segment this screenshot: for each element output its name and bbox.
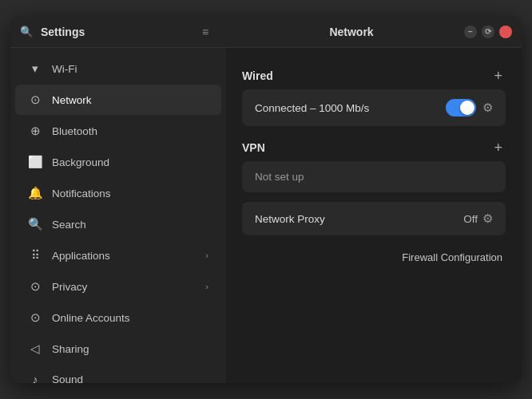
vpn-section-title: VPN: [242, 141, 265, 154]
applications-arrow-icon: ›: [205, 251, 208, 260]
menu-icon[interactable]: ≡: [202, 26, 208, 38]
network-icon: ⊙: [28, 93, 42, 107]
window-controls: − ⟳ ✕: [464, 26, 512, 38]
firewall-configuration-link[interactable]: Firewall Configuration: [402, 251, 502, 263]
firewall-row: Firewall Configuration: [242, 245, 506, 267]
vpn-status-label: Not set up: [255, 171, 304, 183]
sidebar: ▾ Wi-Fi ⊙ Network ⊕ Bluetooth ⬜ Backgrou…: [10, 48, 226, 383]
sidebar-item-notifications-label: Notifications: [52, 188, 208, 200]
sidebar-item-sound[interactable]: ♪ Sound: [15, 365, 221, 383]
sidebar-item-network[interactable]: ⊙ Network: [15, 85, 221, 115]
sidebar-item-privacy[interactable]: ⊙ Privacy ›: [15, 271, 221, 302]
sidebar-title: Settings: [41, 26, 85, 38]
sidebar-item-wifi-label: Wi-Fi: [52, 63, 208, 75]
search-sidebar-icon: 🔍: [28, 217, 42, 231]
privacy-arrow-icon: ›: [205, 282, 208, 291]
sidebar-item-applications[interactable]: ⠿ Applications ›: [15, 240, 221, 271]
applications-icon: ⠿: [28, 248, 42, 263]
sidebar-item-online-accounts[interactable]: ⊙ Online Accounts: [15, 302, 221, 333]
titlebar-sidebar-area: 🔍 Settings ≡: [10, 26, 226, 38]
vpn-add-button[interactable]: +: [490, 140, 506, 155]
network-proxy-gear-icon[interactable]: ⚙: [482, 211, 493, 226]
vpn-card: Not set up: [242, 161, 506, 192]
sidebar-item-background[interactable]: ⬜ Background: [15, 147, 221, 177]
network-proxy-card: Network Proxy Off ⚙: [242, 202, 506, 235]
sound-icon: ♪: [28, 373, 42, 383]
sidebar-item-sharing-label: Sharing: [52, 343, 208, 355]
bluetooth-icon: ⊕: [28, 124, 42, 138]
main-title: Network: [239, 26, 464, 38]
background-icon: ⬜: [28, 155, 42, 169]
sidebar-item-wifi[interactable]: ▾ Wi-Fi: [15, 53, 221, 84]
network-content: Wired + Connected – 1000 Mb/s ⚙ VPN: [226, 48, 522, 383]
vpn-status-row: Not set up: [242, 161, 506, 192]
close-button[interactable]: ✕: [499, 26, 512, 38]
privacy-icon: ⊙: [28, 279, 42, 294]
settings-window: 🔍 Settings ≡ Network − ⟳ ✕ ▾ Wi-Fi ⊙: [10, 16, 522, 383]
sidebar-item-sound-label: Sound: [52, 373, 208, 383]
wired-connection-row: Connected – 1000 Mb/s ⚙: [242, 89, 506, 126]
sidebar-item-bluetooth[interactable]: ⊕ Bluetooth: [15, 116, 221, 146]
sidebar-item-background-label: Background: [52, 156, 208, 168]
sidebar-item-sharing[interactable]: ◁ Sharing: [15, 334, 221, 364]
sidebar-item-applications-label: Applications: [52, 250, 196, 262]
search-icon: 🔍: [20, 26, 33, 38]
sidebar-item-search-label: Search: [52, 219, 208, 231]
sidebar-item-notifications[interactable]: 🔔 Notifications: [15, 178, 221, 208]
sidebar-item-bluetooth-label: Bluetooth: [52, 125, 208, 137]
sidebar-item-network-label: Network: [52, 94, 208, 106]
wired-card: Connected – 1000 Mb/s ⚙: [242, 89, 506, 126]
wifi-icon: ▾: [28, 61, 42, 76]
notifications-icon: 🔔: [28, 186, 42, 200]
network-proxy-label: Network Proxy: [255, 213, 463, 225]
vpn-section: VPN + Not set up: [242, 136, 506, 192]
wired-section: Wired + Connected – 1000 Mb/s ⚙: [242, 64, 506, 126]
wired-section-header: Wired +: [242, 64, 506, 89]
main-content: ▾ Wi-Fi ⊙ Network ⊕ Bluetooth ⬜ Backgrou…: [10, 48, 522, 383]
online-accounts-icon: ⊙: [28, 310, 42, 325]
sidebar-item-online-accounts-label: Online Accounts: [52, 312, 208, 324]
sidebar-item-privacy-label: Privacy: [52, 281, 196, 293]
titlebar-main-area: Network − ⟳ ✕: [226, 26, 522, 38]
network-proxy-row: Network Proxy Off ⚙: [242, 202, 506, 235]
wired-add-button[interactable]: +: [490, 69, 506, 83]
wired-connection-label: Connected – 1000 Mb/s: [255, 102, 446, 114]
wired-toggle[interactable]: [446, 99, 476, 117]
vpn-section-header: VPN +: [242, 136, 506, 161]
restore-button[interactable]: ⟳: [482, 26, 494, 38]
network-proxy-status: Off: [463, 213, 478, 225]
sharing-icon: ◁: [28, 342, 42, 356]
wired-gear-icon[interactable]: ⚙: [482, 101, 493, 115]
minimize-button[interactable]: −: [464, 26, 477, 38]
toggle-knob: [460, 101, 474, 115]
titlebar: 🔍 Settings ≡ Network − ⟳ ✕: [10, 16, 522, 48]
wired-section-title: Wired: [242, 69, 273, 82]
sidebar-item-search[interactable]: 🔍 Search: [15, 209, 221, 239]
